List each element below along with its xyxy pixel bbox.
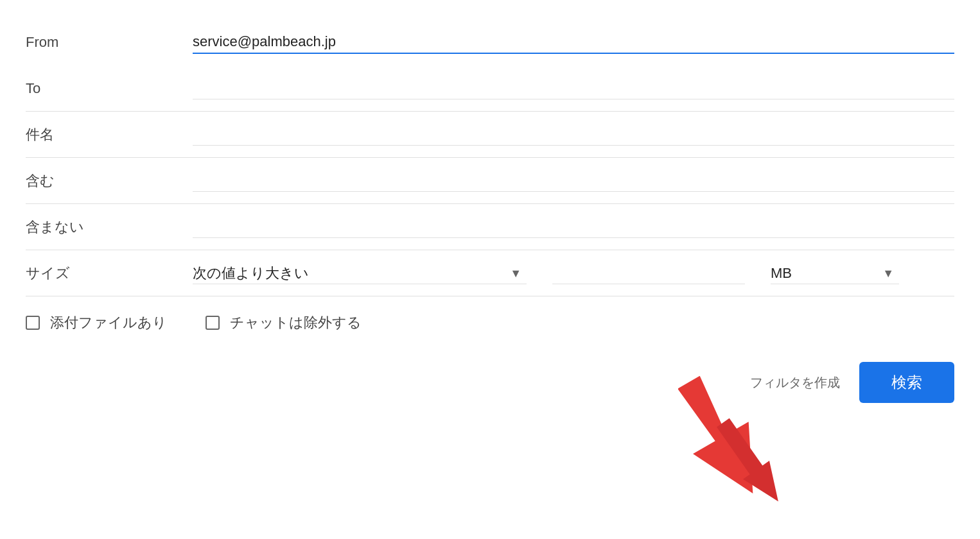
- contains-row: 含む: [26, 158, 954, 204]
- size-select-wrapper: 次の値より大きい 次の値より小さい ▼: [193, 262, 527, 284]
- search-form: From To 件名 含む 含まない サイズ 次の値より大きい 次の値より小さい…: [0, 0, 980, 435]
- checkbox-row: 添付ファイルあり チャットは除外する: [26, 296, 954, 349]
- not-contains-input[interactable]: [193, 216, 954, 238]
- bottom-action-row: フィルタを作成 検索: [26, 349, 954, 416]
- chat-checkbox-item: チャットは除外する: [206, 313, 362, 332]
- mb-select[interactable]: MB GB KB バイト: [771, 262, 899, 284]
- to-row: To: [26, 65, 954, 112]
- subject-row: 件名: [26, 112, 954, 158]
- contains-label: 含む: [26, 171, 193, 191]
- contains-input[interactable]: [193, 169, 954, 192]
- attachment-checkbox-item: 添付ファイルあり: [26, 313, 167, 332]
- from-row: From: [26, 19, 954, 65]
- attachment-checkbox[interactable]: [26, 316, 40, 330]
- size-number-wrapper: [552, 262, 745, 284]
- attachment-checkbox-label: 添付ファイルあり: [50, 313, 167, 332]
- size-row: サイズ 次の値より大きい 次の値より小さい ▼ MB GB KB バイト ▼: [26, 250, 954, 296]
- not-contains-label: 含まない: [26, 218, 193, 237]
- subject-label: 件名: [26, 125, 193, 144]
- size-label: サイズ: [26, 264, 193, 283]
- chat-checkbox-label: チャットは除外する: [230, 313, 362, 332]
- search-button[interactable]: 検索: [859, 362, 954, 403]
- to-label: To: [26, 80, 193, 97]
- from-label: From: [26, 34, 193, 51]
- chat-checkbox[interactable]: [206, 316, 220, 330]
- not-contains-row: 含まない: [26, 204, 954, 250]
- filter-create-link[interactable]: フィルタを作成: [750, 374, 840, 391]
- size-number-input[interactable]: [552, 262, 745, 284]
- to-input[interactable]: [193, 77, 954, 99]
- subject-input[interactable]: [193, 123, 954, 146]
- size-select[interactable]: 次の値より大きい 次の値より小さい: [193, 262, 527, 284]
- from-input[interactable]: [193, 31, 954, 54]
- mb-select-wrapper: MB GB KB バイト ▼: [771, 262, 899, 284]
